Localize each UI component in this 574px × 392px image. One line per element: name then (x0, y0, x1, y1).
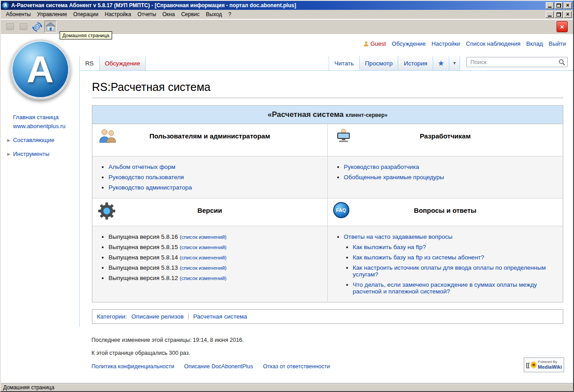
link-dev-guide[interactable]: Руководство разработчика (344, 164, 419, 170)
category-divider (188, 313, 189, 320)
banner-main-text: «Расчетная система (268, 110, 344, 119)
mediawiki-badge[interactable]: [[ Powered By MediaWiki (524, 358, 564, 372)
brackets-icon: [[ (526, 362, 530, 368)
minimize-icon (548, 16, 552, 17)
chevron-right-icon: ▶ (7, 138, 10, 142)
footer-links: Политика конфиденциальности Описание Doc… (91, 363, 573, 370)
categories-bar: Категории: Описание релизов Расчетная си… (92, 309, 563, 324)
version-item: Выпущена версия 5.8.16 (список изменений… (109, 233, 323, 240)
changelog-link[interactable]: (список изменений) (180, 265, 227, 271)
sidebar-links: Главная станица www.abonentplus.ru (1, 114, 79, 129)
personal-links-bar: Guest Обсуждение Настройки Список наблюд… (364, 40, 566, 47)
faq-question-link[interactable]: Что делать, если замечено расхождение в … (353, 281, 537, 295)
disabled-icon (6, 23, 14, 30)
restore-icon (557, 4, 561, 8)
site-logo[interactable]: А (10, 39, 70, 99)
faq-label: FAQ (336, 207, 346, 213)
version-item: Выпущена версия 5.8.15 (список изменений… (109, 244, 323, 250)
versions-list-cell: Выпущена версия 5.8.16 (список изменений… (92, 226, 328, 302)
refresh-button[interactable] (31, 21, 43, 33)
sidebar-item-mainpage[interactable]: Главная станица (13, 114, 79, 121)
tab-discussion[interactable]: Обсуждение (99, 56, 146, 70)
more-actions-dropdown[interactable]: ▼ (449, 56, 460, 70)
sidebar-section-components[interactable]: ▶ Составляющие (7, 137, 79, 143)
menu-nastroyka[interactable]: Настройка (101, 10, 134, 18)
menu-upravlenie[interactable]: Управление (34, 10, 70, 18)
section-faq-title-cell: FAQ Вопросы и ответы (328, 198, 563, 226)
personal-preferences-link[interactable]: Настройки (431, 40, 460, 47)
portal-banner: «Расчетная система клиент-сервер» (92, 106, 563, 124)
personal-watchlist-link[interactable]: Список наблюдения (466, 40, 520, 47)
menu-vyhod[interactable]: Выход (203, 10, 225, 18)
link-user-guide[interactable]: Руководство пользователя (109, 174, 184, 181)
changelog-link[interactable]: (список изменений) (180, 245, 227, 250)
banner-small-text: клиент-сервер» (346, 112, 388, 118)
menu-operacii[interactable]: Операции (70, 10, 101, 18)
version-text: Выпущена версия 5.8.15 (109, 244, 178, 250)
sidebar-section-tools[interactable]: ▶ Инструменты (7, 151, 79, 157)
tooltip: Домашняя страница (60, 31, 112, 39)
toolbar-disabled-button-1[interactable] (4, 21, 16, 33)
tab-read[interactable]: Читать (329, 56, 359, 70)
section-title: Версии (197, 207, 222, 214)
faq-question-link[interactable]: Как выложить базу на ftp? (353, 244, 426, 250)
faq-question-link[interactable]: Как настроить источник оплаты для ввода … (353, 264, 546, 278)
changelog-link[interactable]: (список изменений) (180, 255, 227, 260)
search-input[interactable] (466, 57, 568, 67)
mdi-close-button[interactable]: × (564, 11, 572, 18)
disclaimer-link[interactable]: Отказ от ответственности (263, 363, 330, 370)
faq-question-link[interactable]: Как выложить базу на ftp из системы абон… (353, 254, 484, 261)
list-item: Обобщенные хранимые процедуры (344, 174, 559, 181)
version-text: Выпущена версия 5.8.13 (109, 264, 178, 271)
window-close-button[interactable]: × (564, 2, 572, 9)
category-link-system[interactable]: Расчетная система (193, 313, 247, 320)
changelog-link[interactable]: (список изменений) (180, 234, 227, 240)
mdi-restore-button[interactable] (555, 11, 563, 18)
faq-main-link[interactable]: Ответы на часто задаваемые вопросы (344, 233, 452, 240)
toolbar-disabled-button-2[interactable] (17, 21, 30, 33)
version-item: Выпущена версия 5.8.12 (список изменений… (109, 275, 323, 281)
menu-servis[interactable]: Сервис (178, 10, 203, 18)
list-item: Руководство разработчика (344, 164, 559, 170)
search-button[interactable] (558, 58, 566, 66)
link-report-album[interactable]: Альбом отчетных форм (109, 164, 175, 170)
tab-view-source[interactable]: Просмотр (359, 56, 398, 70)
window-restore-button[interactable] (555, 2, 563, 9)
restore-icon (557, 13, 561, 17)
home-button[interactable] (44, 21, 57, 33)
close-icon: × (560, 23, 564, 30)
wiki-page: Guest Обсуждение Настройки Список наблюд… (1, 34, 573, 383)
sidebar-item-site-url[interactable]: www.abonentplus.ru (13, 123, 79, 129)
menu-okna[interactable]: Окна (159, 10, 178, 18)
mdi-minimize-button[interactable] (546, 11, 554, 18)
changelog-link[interactable]: (список изменений) (180, 276, 227, 281)
personal-contribs-link[interactable]: Вклад (526, 40, 543, 47)
user-icon (364, 41, 369, 47)
privacy-policy-link[interactable]: Политика конфиденциальности (91, 363, 174, 370)
close-document-button[interactable]: × (557, 21, 568, 32)
category-link-releases[interactable]: Описание релизов (131, 313, 184, 320)
watch-star-button[interactable]: ★ (433, 56, 449, 70)
search-box (466, 57, 568, 67)
menu-bar: Абоненты Управление Операции Настройка О… (1, 10, 573, 19)
window-minimize-button[interactable] (546, 2, 554, 9)
link-admin-guide[interactable]: Руководство администратора (109, 184, 192, 191)
list-item: Руководство пользователя (109, 174, 323, 181)
menu-otchety[interactable]: Отчеты (135, 10, 159, 18)
tab-history[interactable]: История (398, 56, 432, 70)
personal-talk-link[interactable]: Обсуждение (392, 40, 426, 47)
window-controls: × (546, 2, 572, 9)
menu-abonenty[interactable]: Абоненты (3, 10, 34, 18)
menu-help[interactable]: ? (225, 10, 235, 18)
list-item: Руководство администратора (109, 184, 323, 191)
personal-logout-link[interactable]: Выйти (549, 40, 566, 47)
tab-page-rs[interactable]: RS (79, 56, 99, 70)
version-item: Выпущена версия 5.8.13 (список изменений… (109, 264, 323, 271)
user-link[interactable]: Guest (364, 40, 386, 47)
version-item: Выпущена версия 5.8.14 (список изменений… (109, 254, 323, 261)
categories-label[interactable]: Категории: (97, 313, 127, 320)
link-stored-procedures[interactable]: Обобщенные хранимые процедуры (344, 174, 444, 181)
section-users-title-cell: Пользователям и администраторам (92, 124, 328, 156)
about-link[interactable]: Описание DocAbonentPlus (184, 363, 253, 370)
content-area: RS:Расчетная система «Расчетная система … (79, 71, 573, 327)
